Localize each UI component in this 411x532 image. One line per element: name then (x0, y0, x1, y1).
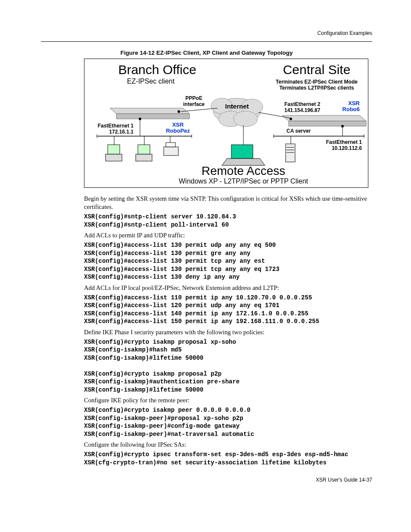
fe1-left-label: FastEthernet 1 (98, 123, 134, 129)
fe1-right-label: FastEthernet 1 (326, 139, 362, 145)
xsr-left-label: XSR (172, 121, 184, 128)
robo6-label: Robo6 (342, 106, 360, 112)
body-p2: Add ACLs to permit IP and UDP traffic: (84, 231, 372, 240)
svg-point-10 (177, 110, 180, 113)
svg-rect-33 (166, 143, 175, 147)
code-block-6: XSR(config)#crypto ipsec transform-set e… (84, 451, 372, 467)
svg-rect-37 (286, 144, 295, 162)
term1-label: Terminates EZ-IPSec Client Mode (276, 79, 358, 85)
page-header-right: Configuration Examples (41, 30, 372, 36)
server-icon (286, 136, 295, 162)
branch-office-label: Branch Office (118, 62, 196, 77)
body-p4: Define IKE Phase I security parameters w… (84, 328, 372, 336)
svg-rect-30 (136, 154, 152, 161)
remote-access-label: Remote Access (202, 164, 286, 177)
winxp-label: Windows XP - L2TP/IPSec or PPTP Client (179, 177, 308, 185)
term2-label: Terminates L2TP/IPSec clients (279, 85, 354, 91)
body-p3: Add ACLs for IP local pool/EZ-IPSec, Net… (84, 284, 372, 292)
topology-figure: Branch Office Central Site EZ-IPSec clie… (84, 59, 368, 190)
code-block-5: XSR(config)#crypto isakmp peer 0.0.0.0 0… (84, 406, 372, 438)
fe1-left-ip-label: 172.16.1.1 (109, 129, 134, 135)
ca-server-label: CA server (286, 128, 311, 134)
svg-line-16 (181, 108, 218, 112)
printer-icon (164, 136, 178, 156)
svg-rect-26 (108, 145, 120, 154)
svg-rect-27 (106, 154, 122, 161)
internet-label: Internet (225, 103, 249, 110)
svg-point-5 (234, 111, 258, 127)
laptop-icon (222, 145, 265, 165)
ez-ipsec-client-label: EZ-IPSec client (127, 78, 175, 85)
code-block-4: XSR(config)#crypto isakmp proposal xp-so… (84, 338, 372, 394)
svg-rect-29 (138, 145, 150, 154)
figure-caption: Figure 14-12 EZ-IPSec Client, XP Client … (41, 50, 372, 56)
body-p5: Configure IKE policy for the remote peer… (84, 396, 372, 404)
desktop-icon (136, 136, 152, 161)
pppoe-label: PPPoE (185, 95, 202, 101)
body-p6: Configure the following four IPSec SAs: (84, 441, 372, 449)
svg-rect-32 (164, 147, 178, 156)
svg-marker-6 (110, 108, 190, 114)
header-rule (41, 41, 372, 42)
code-block-2: XSR(config)#access-list 130 permit udp a… (84, 241, 372, 281)
xsr-right-label: XSR (348, 100, 360, 106)
central-site-label: Central Site (283, 62, 351, 77)
svg-point-9 (139, 118, 141, 120)
svg-marker-12 (289, 121, 366, 126)
code-block-1: XSR(config)#sntp-client server 10.120.84… (84, 213, 372, 229)
code-block-3: XSR(config)#access-list 110 permit ip an… (84, 294, 372, 326)
fe1-right-ip-label: 10.120.112.6 (332, 145, 362, 151)
interface-label: interface (183, 101, 205, 107)
svg-marker-7 (116, 114, 190, 119)
fe2-label: FastEthernet 2 (284, 101, 321, 107)
page-footer: XSR User's Guide 14-37 (41, 477, 372, 483)
desktop-icon (106, 136, 122, 161)
fe2-ip-label: 141.154.196.87 (284, 107, 321, 113)
svg-marker-11 (282, 115, 366, 121)
body-p1: Begin by setting the XSR system time via… (84, 195, 372, 211)
svg-rect-34 (231, 145, 253, 159)
robopez-label: RoboPez (166, 128, 190, 134)
